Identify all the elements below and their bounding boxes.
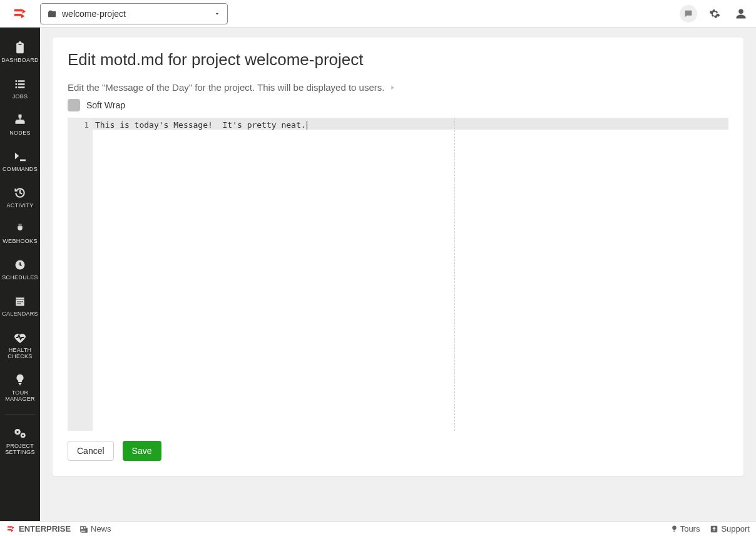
nav-label: NODES — [9, 130, 31, 137]
tours-link[interactable]: Tours — [671, 524, 700, 533]
svg-rect-13 — [81, 527, 83, 529]
sidebar-item-schedules[interactable]: SCHEDULES — [0, 251, 40, 287]
cancel-button[interactable]: Cancel — [68, 441, 114, 461]
line-number: 1 — [68, 119, 89, 131]
footer: ENTERPRISE News Tours Support — [0, 521, 756, 536]
save-button[interactable]: Save — [123, 441, 161, 461]
edit-card: Edit motd.md for project welcome-project… — [53, 38, 743, 476]
nav-label: WEBHOOKS — [3, 239, 37, 245]
brand-logo-small — [6, 525, 16, 533]
sitemap-icon — [14, 113, 26, 128]
terminal-icon — [13, 149, 27, 164]
brand-logo-icon — [13, 7, 27, 21]
chat-icon[interactable] — [680, 5, 697, 23]
page-subtitle: Edit the "Message of the Day" for the pr… — [68, 82, 384, 93]
nav-label: TOUR MANAGER — [1, 390, 39, 403]
svg-rect-15 — [81, 530, 85, 531]
project-selector[interactable]: welcome-project — [40, 3, 228, 24]
nav-label: CALENDARS — [2, 311, 38, 317]
gear-icon[interactable] — [706, 5, 723, 23]
support-label: Support — [721, 524, 750, 533]
svg-marker-3 — [21, 14, 25, 18]
nav-label: HEALTH CHECKS — [1, 348, 39, 360]
editor-cursor — [307, 121, 307, 130]
nav-label: ACTIVITY — [7, 203, 34, 209]
plug-icon — [14, 221, 26, 236]
code-editor[interactable]: 1 This is today's Message! It's pretty n… — [68, 118, 728, 431]
nav-label: DASHBOARD — [1, 58, 39, 64]
sidebar-item-project-settings[interactable]: PROJECT SETTINGS — [0, 420, 40, 462]
editor-content[interactable]: This is today's Message! It's pretty nea… — [95, 120, 306, 130]
nav-label: COMMANDS — [3, 167, 38, 173]
heartbeat-icon — [13, 330, 27, 345]
sidebar: DASHBOARD JOBS NODES COMMANDS ACTIVITY W… — [0, 28, 40, 521]
brand-logo[interactable] — [6, 7, 34, 21]
nav-label: PROJECT SETTINGS — [1, 443, 39, 456]
lightbulb-icon — [14, 373, 26, 388]
project-icon — [47, 9, 57, 18]
svg-point-6 — [17, 431, 19, 433]
svg-rect-9 — [8, 526, 12, 527]
svg-rect-17 — [84, 528, 85, 528]
svg-rect-0 — [14, 9, 23, 11]
print-margin-ruler — [454, 118, 455, 431]
svg-marker-1 — [23, 9, 26, 13]
tours-label: Tours — [680, 524, 700, 533]
calendar-icon — [14, 294, 26, 309]
sidebar-item-dashboard[interactable]: DASHBOARD — [0, 34, 40, 70]
sidebar-item-activity[interactable]: ACTIVITY — [0, 179, 40, 215]
sidebar-item-health-checks[interactable]: HEALTH CHECKS — [0, 324, 40, 366]
sidebar-item-tour-manager[interactable]: TOUR MANAGER — [0, 366, 40, 409]
support-link[interactable]: Support — [710, 524, 750, 533]
news-label: News — [91, 524, 111, 533]
softwrap-checkbox[interactable] — [68, 99, 80, 111]
softwrap-label: Soft Wrap — [86, 100, 125, 110]
sidebar-item-webhooks[interactable]: WEBHOOKS — [0, 215, 40, 251]
nav-label: JOBS — [13, 94, 28, 100]
page-title: Edit motd.md for project welcome-project — [68, 50, 728, 70]
svg-marker-10 — [12, 526, 14, 529]
clock-icon — [14, 257, 26, 272]
history-icon — [14, 185, 26, 200]
svg-marker-12 — [11, 529, 14, 532]
sidebar-item-nodes[interactable]: NODES — [0, 106, 40, 143]
news-link[interactable]: News — [79, 524, 111, 533]
user-icon[interactable] — [732, 5, 750, 23]
newspaper-icon — [79, 525, 88, 533]
sidebar-item-jobs[interactable]: JOBS — [0, 70, 40, 106]
svg-rect-11 — [8, 529, 11, 530]
main-content: Edit motd.md for project welcome-project… — [40, 28, 756, 521]
project-name: welcome-project — [62, 9, 126, 19]
lightbulb-icon — [671, 525, 678, 533]
sidebar-item-calendars[interactable]: CALENDARS — [0, 287, 40, 324]
chevron-right-icon[interactable] — [389, 84, 396, 91]
sidebar-item-commands[interactable]: COMMANDS — [0, 143, 40, 179]
clipboard-icon — [14, 40, 26, 55]
support-icon — [710, 525, 718, 533]
svg-point-8 — [22, 435, 24, 436]
editor-gutter: 1 — [68, 118, 93, 431]
list-icon — [14, 76, 26, 91]
svg-rect-16 — [84, 527, 85, 528]
svg-rect-2 — [14, 14, 21, 16]
topbar: welcome-project — [0, 0, 756, 28]
nav-label: SCHEDULES — [2, 275, 38, 281]
brand-label: ENTERPRISE — [19, 524, 71, 533]
gears-icon — [13, 426, 27, 441]
chevron-down-icon — [213, 10, 221, 18]
svg-rect-14 — [81, 530, 85, 530]
